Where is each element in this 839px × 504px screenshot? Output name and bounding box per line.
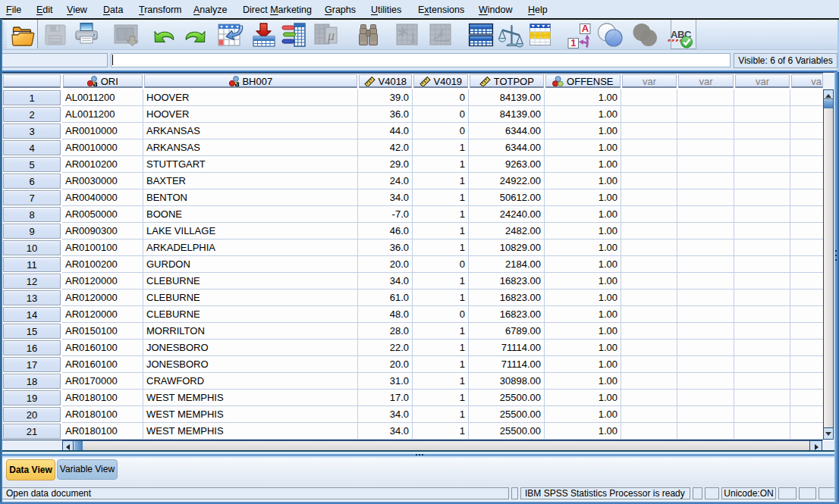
svg-text:a: a bbox=[93, 78, 98, 87]
svg-text:1: 1 bbox=[570, 37, 576, 49]
svg-text:A: A bbox=[582, 23, 589, 34]
svg-text:a: a bbox=[234, 78, 239, 87]
svg-text:μ: μ bbox=[327, 28, 335, 43]
